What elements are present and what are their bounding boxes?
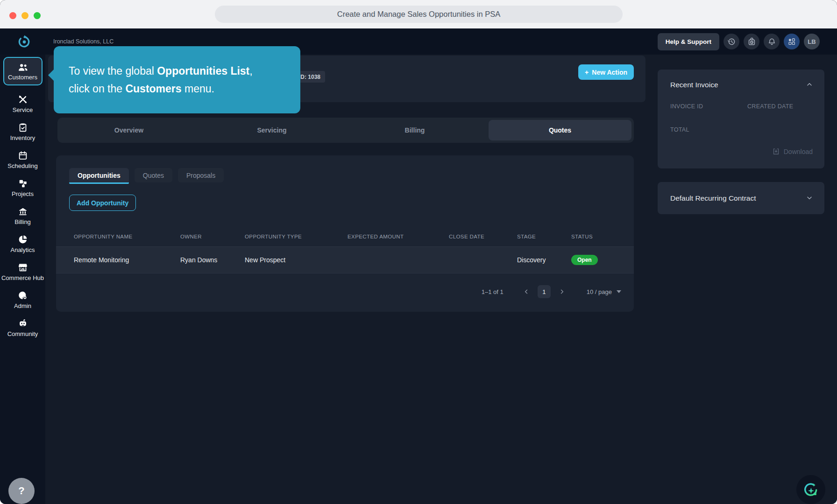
total-label: TOTAL xyxy=(670,126,689,133)
sidebar-item-label: Admin xyxy=(14,302,31,309)
created-date-label: CREATED DATE xyxy=(747,103,793,110)
sidebar-item-community[interactable]: Community xyxy=(1,318,44,337)
service-tools-icon xyxy=(18,94,28,105)
sidebar-item-label: Customers xyxy=(8,74,37,81)
tab-quotes[interactable]: Quotes xyxy=(489,120,631,140)
tab-overview[interactable]: Overview xyxy=(57,118,200,143)
sidebar-item-analytics[interactable]: Analytics xyxy=(1,234,44,253)
cell-stage: Discovery xyxy=(517,256,571,264)
admin-icon xyxy=(18,290,28,301)
download-invoice-button[interactable]: Download xyxy=(772,147,813,155)
sidebar-item-projects[interactable]: Projects xyxy=(1,178,44,197)
previous-page-icon[interactable] xyxy=(520,286,532,298)
sidebar-item-label: Community xyxy=(7,330,38,337)
default-recurring-contract-card: Default Recurring Contract xyxy=(658,182,824,214)
help-support-button[interactable]: Help & Support xyxy=(658,33,719,50)
subtab-proposals[interactable]: Proposals xyxy=(178,168,224,182)
billing-bank-icon xyxy=(18,206,28,217)
main-content: ID: 1038 + New Action Overview Servicing… xyxy=(45,55,647,504)
new-action-button[interactable]: + New Action xyxy=(578,64,634,80)
user-avatar[interactable]: LB xyxy=(804,34,820,49)
traffic-lights xyxy=(9,12,41,19)
pagination-range: 1–1 of 1 xyxy=(482,288,504,295)
notifications-bell-icon[interactable] xyxy=(764,34,780,49)
sidebar-item-inventory[interactable]: Inventory xyxy=(1,122,44,141)
time-tracker-icon[interactable] xyxy=(744,34,759,49)
tooltip-line-2: click on the Customers menu. xyxy=(69,80,300,98)
commerce-storefront-icon xyxy=(18,262,28,273)
sidebar-item-service[interactable]: Service xyxy=(1,94,44,113)
sidebar-item-label: Scheduling xyxy=(7,162,37,169)
sidebar-item-label: Inventory xyxy=(10,134,35,141)
add-opportunity-button[interactable]: Add Opportunity xyxy=(69,195,136,211)
macos-titlebar: Create and Manage Sales Opportunities in… xyxy=(0,0,837,28)
sidebar: Customers Service Inventory xyxy=(0,55,45,504)
cell-status: Open xyxy=(571,255,634,265)
column-header: CLOSE DATE xyxy=(449,234,517,239)
plus-icon: + xyxy=(585,69,589,76)
contract-title: Default Recurring Contract xyxy=(670,182,756,214)
sidebar-item-label: Billing xyxy=(14,218,31,225)
status-badge: Open xyxy=(571,255,598,265)
next-page-icon[interactable] xyxy=(556,286,568,298)
scheduling-calendar-icon xyxy=(18,150,28,161)
page-number-button[interactable]: 1 xyxy=(538,285,551,298)
table-row[interactable]: Remote Monitoring Ryan Downs New Prospec… xyxy=(56,246,634,273)
quotes-panel: Opportunities Quotes Proposals Add Oppor… xyxy=(56,155,634,312)
window-title: Create and Manage Sales Opportunities in… xyxy=(215,6,623,23)
collapse-chevron-up-icon[interactable] xyxy=(806,81,813,88)
tooltip-arrow xyxy=(48,69,54,81)
customers-icon xyxy=(17,62,28,72)
column-header: OWNER xyxy=(180,234,245,239)
community-robot-icon xyxy=(18,318,28,329)
company-name[interactable]: Ironclad Solutions, LLC xyxy=(53,38,113,45)
subtab-quotes[interactable]: Quotes xyxy=(135,168,172,182)
app-switcher-grid-icon[interactable] xyxy=(784,34,800,49)
app-window: Create and Manage Sales Opportunities in… xyxy=(0,0,837,504)
history-icon[interactable] xyxy=(724,34,739,49)
inventory-clipboard-icon xyxy=(18,122,28,133)
sidebar-item-label: Service xyxy=(13,106,33,113)
copilot-button[interactable] xyxy=(796,475,825,504)
tooltip-line-1: To view the global Opportunities List, xyxy=(69,62,300,80)
onboarding-tooltip: To view the global Opportunities List, c… xyxy=(54,46,300,113)
sidebar-item-scheduling[interactable]: Scheduling xyxy=(1,150,44,169)
sidebar-item-admin[interactable]: Admin xyxy=(1,290,44,309)
cell-owner: Ryan Downs xyxy=(180,256,245,264)
recent-invoice-card: Recent Invoice INVOICE ID CREATED DATE T… xyxy=(658,70,824,168)
column-header: STATUS xyxy=(571,234,634,239)
expand-chevron-down-icon[interactable] xyxy=(806,194,813,202)
copilot-sparkle-icon xyxy=(802,481,819,498)
projects-hierarchy-icon xyxy=(18,178,28,189)
download-icon xyxy=(772,147,780,155)
close-window-button[interactable] xyxy=(9,12,16,19)
zoom-window-button[interactable] xyxy=(34,12,41,19)
sidebar-item-billing[interactable]: Billing xyxy=(1,206,44,225)
app-logo-icon[interactable] xyxy=(17,34,32,49)
sidebar-item-label: Projects xyxy=(12,190,34,197)
column-header: EXPECTED AMOUNT xyxy=(348,234,449,239)
per-page-select[interactable]: 10 / page xyxy=(587,288,612,295)
caret-down-icon[interactable] xyxy=(617,290,621,293)
quotes-subtabs: Opportunities Quotes Proposals xyxy=(69,168,224,184)
sidebar-item-commerce-hub[interactable]: Commerce Hub xyxy=(1,262,44,281)
cell-opportunity-type: New Prospect xyxy=(245,256,348,264)
column-header: STAGE xyxy=(517,234,571,239)
analytics-pie-icon xyxy=(18,234,28,245)
tab-servicing[interactable]: Servicing xyxy=(200,118,343,143)
cell-opportunity-name: Remote Monitoring xyxy=(74,256,180,264)
right-panel: Recent Invoice INVOICE ID CREATED DATE T… xyxy=(647,55,837,504)
customer-tabbar: Overview Servicing Billing Quotes xyxy=(57,118,634,143)
tab-billing[interactable]: Billing xyxy=(343,118,486,143)
sidebar-item-customers[interactable]: Customers xyxy=(3,57,43,85)
column-header: OPPORTUNITY TYPE xyxy=(245,234,348,239)
pagination: 1–1 of 1 1 10 / page xyxy=(482,281,621,302)
recent-invoice-title: Recent Invoice xyxy=(670,81,718,89)
help-bubble-button[interactable]: ? xyxy=(8,478,35,504)
sidebar-item-label: Commerce Hub xyxy=(1,274,44,281)
sidebar-item-label: Analytics xyxy=(10,246,35,253)
subtab-opportunities[interactable]: Opportunities xyxy=(69,168,129,184)
opportunities-table-header: OPPORTUNITY NAME OWNER OPPORTUNITY TYPE … xyxy=(56,226,634,246)
column-header: OPPORTUNITY NAME xyxy=(74,234,180,239)
minimize-window-button[interactable] xyxy=(21,12,28,19)
